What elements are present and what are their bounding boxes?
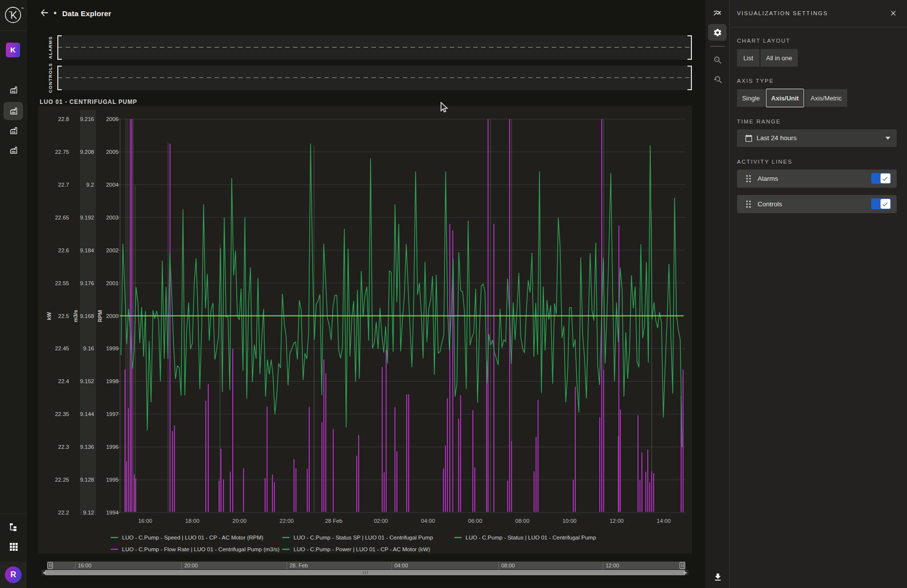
svg-text:9.16: 9.16 [83,345,94,351]
svg-text:06:00: 06:00 [468,518,482,524]
svg-text:18:00: 18:00 [185,518,199,524]
svg-text:2004: 2004 [106,182,119,188]
svg-text:22.8: 22.8 [58,116,69,122]
svg-text:9.12: 9.12 [83,510,94,515]
svg-text:22.45: 22.45 [55,345,69,351]
svg-text:14:00: 14:00 [657,518,671,524]
svg-text:1995: 1995 [106,477,119,483]
svg-text:LUO - C.Pump - Power | LUO 01: LUO - C.Pump - Power | LUO 01 - CP - AC … [294,546,430,552]
svg-text:22.5: 22.5 [58,313,69,319]
svg-text:2003: 2003 [106,215,119,220]
svg-text:LUO - C.Pump - Status | LUO 01: LUO - C.Pump - Status | LUO 01 - Centrif… [466,535,596,540]
svg-text:22.65: 22.65 [55,215,69,220]
svg-text:9.144: 9.144 [80,411,94,417]
svg-text:9.168: 9.168 [80,313,94,319]
svg-text:08:00: 08:00 [515,518,530,524]
svg-text:22.6: 22.6 [58,247,69,253]
svg-text:9.176: 9.176 [80,280,94,286]
svg-text:2005: 2005 [106,149,119,155]
svg-text:9.216: 9.216 [80,116,94,122]
svg-text:9.2: 9.2 [86,182,94,188]
svg-text:1998: 1998 [106,378,119,384]
svg-text:1996: 1996 [106,444,119,450]
svg-text:9.192: 9.192 [80,215,94,220]
svg-text:2000: 2000 [106,313,119,319]
svg-text:LUO 01 - CENTRIFUGAL PUMP: LUO 01 - CENTRIFUGAL PUMP [40,98,137,105]
svg-text:04:00: 04:00 [421,518,435,524]
svg-text:LUO - C.Pump - Flow Rate | LUO: LUO - C.Pump - Flow Rate | LUO 01 - Cent… [122,546,279,552]
svg-text:22.55: 22.55 [55,280,69,286]
svg-text:2001: 2001 [106,280,119,286]
svg-text:22.2: 22.2 [58,510,69,515]
svg-text:LUO - C.Pump - Speed | LUO 01: LUO - C.Pump - Speed | LUO 01 - CP - AC … [122,535,264,540]
svg-text:kW: kW [46,312,52,320]
svg-text:™: ™ [21,7,24,10]
svg-text:LUO - C.Pump - Status SP | LUO: LUO - C.Pump - Status SP | LUO 01 - Cent… [294,535,433,540]
svg-text:2002: 2002 [106,247,119,253]
svg-text:22.35: 22.35 [55,411,69,417]
svg-text:16:00: 16:00 [138,518,152,524]
svg-text:20:00: 20:00 [232,518,246,524]
svg-text:m3/s: m3/s [73,310,78,322]
svg-text:1999: 1999 [106,345,119,351]
svg-text:9.152: 9.152 [80,378,94,384]
svg-text:02:00: 02:00 [374,518,388,524]
svg-text:9.128: 9.128 [80,477,94,483]
svg-text:22:00: 22:00 [280,518,294,524]
svg-text:1994: 1994 [106,510,119,515]
svg-text:10:00: 10:00 [563,518,577,524]
svg-text:9.208: 9.208 [80,149,94,155]
svg-text:9.136: 9.136 [80,444,94,450]
svg-text:22.25: 22.25 [55,477,69,483]
svg-text:22.7: 22.7 [58,182,69,188]
svg-text:22.75: 22.75 [55,149,69,155]
svg-text:28 Feb: 28 Feb [325,518,343,524]
svg-text:22.4: 22.4 [58,378,70,384]
svg-text:1997: 1997 [106,411,119,417]
svg-text:9.184: 9.184 [80,247,94,253]
svg-text:22.3: 22.3 [58,444,69,450]
svg-text:RPM: RPM [97,310,103,322]
svg-text:12:00: 12:00 [610,518,624,524]
svg-text:2006: 2006 [106,116,119,122]
